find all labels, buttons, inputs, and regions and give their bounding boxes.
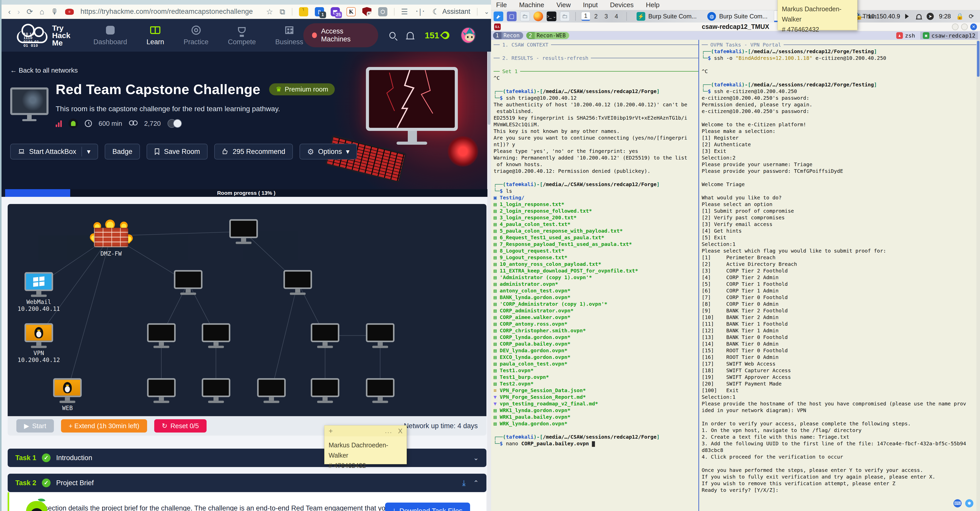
show-desktop-icon[interactable]: ▢ [507, 11, 517, 21]
sticky-add-icon[interactable]: + [329, 427, 333, 435]
save-room-button[interactable]: Save Room [146, 144, 208, 160]
screen-lock-icon[interactable]: 🔒 [956, 13, 964, 20]
network-node-m10[interactable] [257, 378, 286, 403]
access-machines-button[interactable]: Access Machines [303, 23, 379, 47]
extensions-puzzle-icon[interactable]: ⬡ [378, 7, 387, 16]
back-to-networks-link[interactable]: ← Back to all networks [10, 67, 78, 74]
chevron-up-icon[interactable]: ⌃ [473, 479, 479, 487]
network-node-webmail[interactable]: WebMail 10.200.40.11 [24, 272, 53, 297]
network-node-dmz-fw[interactable]: DMZ-FW [92, 223, 130, 249]
terminal-launcher-icon[interactable]: >_ ⌄ [547, 11, 557, 21]
back-icon[interactable]: ‹ [8, 8, 11, 16]
task-2-header[interactable]: Task 2 ✓ Project Brief ⤓ ⌃ [8, 474, 487, 492]
sticky-menu-icon[interactable]: ... [385, 427, 393, 434]
network-node-m4[interactable] [147, 323, 176, 348]
extension-proxy-icon[interactable]: ▯1 [315, 7, 324, 16]
chevron-down-icon[interactable]: ⌄ [484, 8, 489, 15]
network-node-m9[interactable] [202, 378, 230, 403]
keyboard-layout-icon[interactable]: ⌨ [953, 499, 962, 508]
url-bar[interactable]: https://tryhackme.com/room/redteamcapsto… [80, 8, 253, 16]
workspace-1[interactable]: 1 [581, 12, 590, 21]
vb-menu-machine[interactable]: Machine [519, 1, 544, 9]
workspace-2[interactable]: 2 [592, 12, 600, 21]
chevron-down-icon[interactable]: ⌄ [473, 454, 479, 462]
sticky-note-bottom[interactable]: + ... X Markus Dachroeden-Walker # 47646… [324, 425, 407, 464]
network-diagram[interactable]: DMZ-FWWebMail 10.200.40.11VPN 10.200.40.… [8, 204, 487, 416]
user-avatar[interactable] [461, 27, 476, 43]
download-files-icon[interactable]: ⤓ [462, 479, 466, 487]
network-node-m2[interactable] [174, 270, 202, 295]
bookmark-star-icon[interactable]: ☆ [266, 8, 273, 16]
network-node-web[interactable]: WEB [53, 378, 82, 403]
assistant-button[interactable]: ☾ Assistant [432, 7, 470, 16]
network-node-m6[interactable] [311, 323, 339, 348]
extension-k-icon[interactable]: K [347, 7, 356, 16]
volume-icon[interactable] [905, 14, 911, 19]
nav-item-dashboard[interactable]: Dashboard [94, 25, 127, 46]
workspace-3[interactable]: 3 [602, 12, 611, 21]
terminal-scrollbar[interactable] [977, 40, 980, 511]
forward-icon[interactable]: › [18, 8, 20, 16]
network-node-m7[interactable] [366, 323, 395, 348]
search-icon[interactable] [390, 32, 396, 38]
vb-menu-file[interactable]: File [496, 1, 507, 9]
wave-reader-icon[interactable]: ᛫|᛫ [415, 8, 426, 16]
vb-menu-view[interactable]: View [557, 1, 571, 9]
network-node-m1[interactable] [229, 219, 258, 244]
nav-item-learn[interactable]: Learn [146, 25, 164, 46]
sticky-note-top[interactable]: Markus Dachroeden-Walker # 476462432 [778, 0, 858, 30]
maximize-button[interactable] [961, 24, 968, 30]
session-icon[interactable]: ⟳ [969, 13, 974, 20]
workspace-4[interactable]: 4 [612, 12, 621, 21]
copy-link-icon[interactable]: ⧉ [280, 8, 285, 16]
thm-logo[interactable]: 10 10 1110 0101 01 01 010 TryHackMe [17, 24, 70, 46]
extension-adblock-icon[interactable]: 17 [362, 7, 372, 16]
nav-item-business[interactable]: Business [275, 25, 303, 46]
close-button[interactable]: ✕ [970, 24, 977, 30]
task-1-header[interactable]: Task 1 ✓ Introduction ⌄ [8, 449, 487, 467]
terminal-pane-left[interactable]: 1. CSAW CONTEXT 2. RESULTS - results-ref… [491, 40, 698, 511]
badge-button[interactable]: Badge [105, 144, 140, 160]
updates-icon[interactable]: ➤ [927, 13, 934, 20]
tmux-tab-recon[interactable]: 1Recon [493, 32, 523, 39]
minimize-button[interactable] [952, 24, 959, 30]
sticky-close-icon[interactable]: X [398, 427, 402, 435]
terminal-titlebar[interactable]: S.t. csaw-redcap12_TMUX ✕ [491, 22, 980, 31]
notifications-icon[interactable] [916, 14, 921, 19]
tmux-tab-recon-web[interactable]: 2Recon-WEB [526, 32, 569, 39]
nav-item-compete[interactable]: Compete [228, 25, 256, 46]
home-icon[interactable]: ⌂ [40, 8, 44, 16]
extension-wallet-icon[interactable]: ⬒25 [331, 7, 340, 16]
notifications-bell-icon[interactable] [407, 32, 414, 38]
extension-password-icon[interactable] [299, 7, 308, 16]
network-node-vpn[interactable]: VPN 10.200.40.12 [24, 323, 53, 348]
network-node-m8[interactable] [147, 378, 176, 403]
taskbar-window-burp-suite-com-[interactable]: ⚡Burp Suite Com... [633, 11, 701, 22]
download-task-files-button[interactable]: ⤓ Download Task Files [385, 503, 470, 511]
tray-clock[interactable]: 9:28 [939, 13, 951, 20]
firefox-icon[interactable] [533, 11, 543, 21]
terminal-pane-right[interactable]: OVPN Tasks - VPN Portal┌──(tafe⊛kali)-[/… [699, 40, 980, 511]
options-dropdown-icon[interactable]: ▾ [346, 147, 350, 156]
vb-menu-input[interactable]: Input [583, 1, 598, 9]
input-method-icon[interactable]: ✱ [965, 499, 974, 508]
microphone-icon[interactable]: 🎙 [51, 8, 59, 16]
attackbox-dropdown-icon[interactable]: ▾ [87, 147, 91, 156]
reader-menu-icon[interactable]: ☰ [401, 8, 408, 16]
network-node-m11[interactable] [311, 378, 339, 403]
vb-menu-help[interactable]: Help [646, 1, 659, 9]
streak-counter[interactable]: 151 [425, 30, 450, 40]
taskbar-window-burp-suite-com-[interactable]: ◍Burp Suite Com... [703, 11, 772, 22]
network-node-m5[interactable] [202, 323, 230, 348]
folder-shortcut-icon[interactable]: 🗀 [560, 11, 570, 21]
browser-scrollbar[interactable] [487, 38, 491, 511]
vb-menu-devices[interactable]: Devices [610, 1, 633, 9]
network-node-m3[interactable] [283, 270, 312, 295]
file-manager-icon[interactable]: 🗀 [520, 11, 530, 21]
network-start-button[interactable]: ▶ Start [16, 419, 54, 433]
start-attackbox-button[interactable]: Start AttackBox ▾ [10, 144, 98, 160]
kali-menu-icon[interactable] [493, 11, 503, 21]
nav-item-practice[interactable]: Practice [184, 25, 208, 46]
network-node-m12[interactable] [366, 378, 395, 403]
network-reset-button[interactable]: ↻ Reset 0/5 [154, 419, 207, 433]
